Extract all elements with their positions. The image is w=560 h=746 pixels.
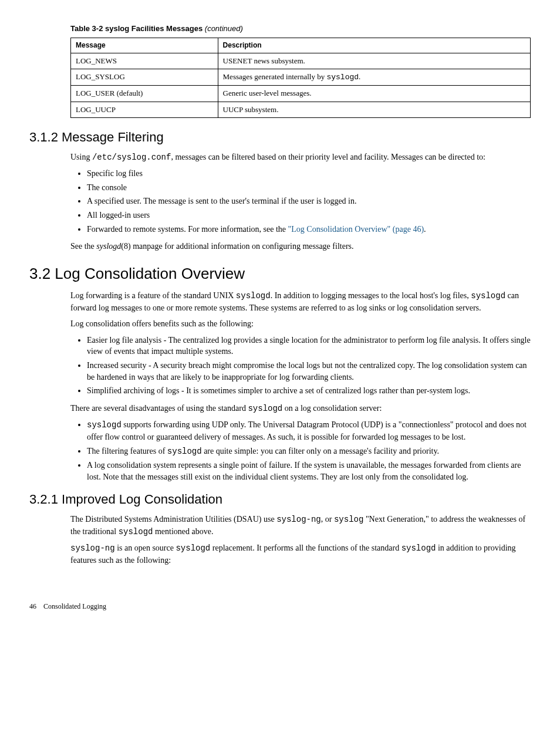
list-item: Simplified archiving of logs - It is som…	[87, 385, 531, 397]
list-item: Increased security - A security breach m…	[87, 360, 531, 383]
th-description: Description	[218, 38, 530, 53]
para: The Distributed Systems Administration U…	[70, 514, 531, 538]
list-item: syslogd supports forwarding using UDP on…	[87, 419, 531, 443]
filter-targets-list: Specific log files The console A specifi…	[70, 168, 531, 235]
caption-continued: (continued)	[203, 24, 243, 33]
facilities-table: Message Description LOG_NEWS USENET news…	[70, 38, 531, 118]
cell-msg: LOG_USER (default)	[71, 86, 218, 102]
list-item: All logged-in users	[87, 210, 531, 221]
table-row: LOG_SYSLOG Messages generated internally…	[71, 69, 531, 86]
cell-desc: Messages generated internally by syslogd…	[218, 69, 530, 86]
table-caption: Table 3-2 syslog Facilities Messages (co…	[70, 23, 531, 34]
cell-desc: Generic user-level messages.	[218, 86, 530, 102]
table-row: LOG_USER (default) Generic user-level me…	[71, 86, 531, 102]
list-item: A specified user. The message is sent to…	[87, 195, 531, 207]
table-row: LOG_NEWS USENET news subsystem.	[71, 53, 531, 69]
para: See the syslogd(8) manpage for additiona…	[70, 241, 531, 252]
footer-label: Consolidated Logging	[43, 602, 106, 610]
heading-message-filtering: 3.1.2 Message Filtering	[29, 129, 531, 147]
para: Log consolidation offers benefits such a…	[70, 318, 531, 330]
para: Log forwarding is a feature of the stand…	[70, 290, 531, 313]
cell-desc: UUCP subsystem.	[218, 102, 530, 117]
list-item: Forwarded to remote systems. For more in…	[87, 224, 531, 235]
benefits-list: Easier log file analysis - The centraliz…	[70, 335, 531, 397]
list-item: Easier log file analysis - The centraliz…	[87, 335, 531, 357]
cell-msg: LOG_NEWS	[71, 53, 218, 69]
heading-improved-consolidation: 3.2.1 Improved Log Consolidation	[29, 491, 531, 509]
list-item: The filtering features of syslogd are qu…	[87, 445, 531, 458]
cell-desc: USENET news subsystem.	[218, 53, 530, 69]
cell-msg: LOG_SYSLOG	[71, 69, 218, 86]
disadvantages-list: syslogd supports forwarding using UDP on…	[70, 419, 531, 482]
list-item: The console	[87, 182, 531, 194]
th-message: Message	[71, 38, 218, 53]
para: Using /etc/syslog.conf, messages can be …	[70, 151, 531, 164]
para: syslog-ng is an open source syslogd repl…	[70, 542, 531, 566]
page-footer: 46 Consolidated Logging	[29, 602, 531, 612]
list-item: A log consolidation system represents a …	[87, 460, 531, 482]
list-item: Specific log files	[87, 168, 531, 180]
table-row: LOG_UUCP UUCP subsystem.	[71, 102, 531, 117]
cell-msg: LOG_UUCP	[71, 102, 218, 117]
caption-bold: Table 3-2 syslog Facilities Messages	[70, 24, 203, 33]
para: There are several disadvantages of using…	[70, 403, 531, 415]
page-number: 46	[29, 602, 36, 610]
xref-log-consolidation[interactable]: "Log Consolidation Overview" (page 46)	[288, 225, 424, 234]
heading-log-consolidation: 3.2 Log Consolidation Overview	[29, 263, 531, 284]
